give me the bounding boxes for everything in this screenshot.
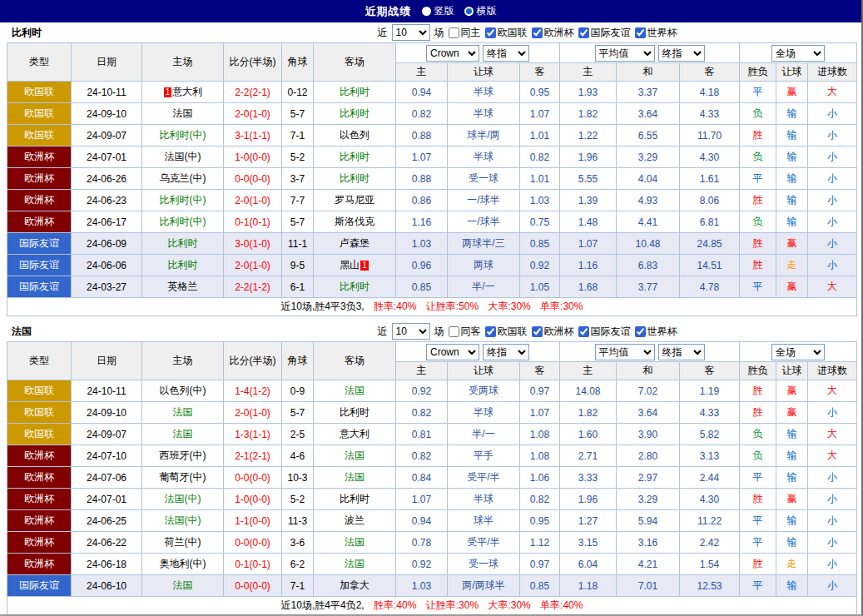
- match-row: 欧国联 24-09-10 法国 2-0(1-0) 5-7 比利时 0.82 半球…: [7, 402, 857, 424]
- col-odds-away: 客: [520, 63, 560, 82]
- corners: 7-1: [282, 575, 314, 597]
- avg-away-odds: 1.54: [680, 554, 740, 575]
- competition-type: 欧洲杯: [7, 467, 72, 489]
- match-score: 0-0(0-0): [224, 575, 282, 597]
- goals-cell: 小: [808, 147, 857, 168]
- friendly-filter[interactable]: 国际友谊: [578, 26, 631, 40]
- odds-home: 0.82: [396, 445, 448, 467]
- competition-type: 国际友谊: [7, 255, 72, 276]
- match-row: 欧洲杯 24-07-01 法国(中) 1-0(0-0) 5-2 比利时 1.07…: [7, 489, 857, 510]
- world-cup-filter[interactable]: 世界杯: [635, 26, 677, 40]
- layout-horizontal-option[interactable]: 横版: [464, 4, 497, 18]
- world-cup-checkbox[interactable]: [635, 326, 646, 337]
- result-cell: 平: [740, 82, 776, 103]
- odds-handicap: 受两球: [448, 380, 520, 402]
- goals-cell: 小: [808, 575, 857, 597]
- same-away-checkbox[interactable]: [449, 326, 459, 337]
- match-score: 1-0(0-0): [224, 489, 282, 510]
- handicap-result-cell: 赢: [776, 489, 808, 510]
- world-cup-filter[interactable]: 世界杯: [635, 325, 677, 339]
- odds-handicap: 半球: [448, 103, 520, 125]
- match-score: 2-2(2-1): [224, 82, 282, 103]
- redcard-badge: 1: [164, 87, 172, 97]
- avg-home-odds: 5.55: [560, 168, 617, 190]
- col-goals: 进球数: [808, 63, 857, 82]
- avg-draw-odds: 4.21: [617, 554, 680, 575]
- odds-home: 0.86: [396, 190, 448, 211]
- team-title: 法国: [12, 325, 32, 339]
- euro-filter[interactable]: 欧洲杯: [532, 325, 574, 339]
- layout-vertical-option[interactable]: 竖版: [422, 4, 454, 18]
- corners: 9-5: [282, 255, 314, 276]
- avg-draw-odds: 3.29: [617, 489, 680, 510]
- friendly-checkbox[interactable]: [578, 326, 589, 337]
- odds-away: 0.97: [520, 554, 560, 575]
- avg-away-odds: 14.51: [680, 255, 740, 276]
- summary-record: 近10场,胜4平4负2,: [281, 599, 365, 611]
- goals-cell: 小: [808, 510, 857, 532]
- section-france: 法国 近 10 场 同客 欧国联 欧洲杯 国际友谊 世界杯 类型: [0, 321, 861, 615]
- match-row: 欧洲杯 24-06-18 奥地利(中) 0-1(0-1) 6-2 法国 0.92…: [7, 554, 857, 575]
- avg-home-odds: 1.68: [560, 276, 617, 298]
- friendly-filter[interactable]: 国际友谊: [578, 325, 631, 339]
- nations-league-checkbox[interactable]: [485, 326, 496, 337]
- competition-type: 欧国联: [7, 380, 72, 402]
- world-cup-checkbox[interactable]: [635, 27, 646, 38]
- match-date: 24-06-18: [72, 554, 142, 575]
- scope-select[interactable]: 全场: [771, 344, 825, 360]
- euro-checkbox[interactable]: [532, 27, 543, 38]
- odds-away: 0.82: [520, 147, 560, 168]
- corners: 11-1: [282, 233, 314, 255]
- match-row: 欧洲杯 24-06-25 法国(中) 1-1(0-0) 11-3 波兰 0.94…: [7, 510, 857, 532]
- col-goals: 进球数: [808, 362, 857, 380]
- match-count-select[interactable]: 10: [392, 323, 430, 340]
- same-away-filter[interactable]: 同客: [449, 325, 481, 339]
- corners: 0-9: [282, 380, 314, 402]
- avg-draw-odds: 3.77: [617, 276, 680, 298]
- odds-home: 1.03: [396, 575, 448, 597]
- col-result: 胜负: [740, 63, 776, 82]
- match-score: 0-0(0-0): [224, 532, 282, 554]
- match-score: 1-4(1-2): [224, 380, 282, 402]
- match-score: 2-0(1-0): [224, 190, 282, 211]
- match-row: 欧洲杯 24-06-26 乌克兰(中) 0-0(0-0) 3-7 比利时 0.8…: [7, 168, 857, 190]
- handicap-result-cell: 输: [776, 147, 808, 168]
- corners: 5-7: [282, 211, 314, 233]
- nations-league-checkbox[interactable]: [485, 27, 496, 38]
- same-home-filter[interactable]: 同主: [449, 26, 481, 40]
- scope-select[interactable]: 全场: [771, 45, 825, 62]
- nations-league-filter[interactable]: 欧国联: [485, 325, 528, 339]
- competition-type: 欧洲杯: [7, 168, 72, 190]
- average-index-select[interactable]: 终指: [658, 45, 705, 62]
- match-score: 0-0(0-0): [224, 467, 282, 489]
- radio-checked-icon: [464, 7, 474, 16]
- friendly-checkbox[interactable]: [578, 27, 589, 38]
- match-date: 24-07-06: [72, 467, 142, 489]
- euro-filter[interactable]: 欧洲杯: [532, 26, 574, 40]
- odds-index-select[interactable]: 终指: [483, 344, 529, 360]
- goals-cell: 小: [808, 467, 857, 489]
- avg-draw-odds: 4.41: [617, 211, 680, 233]
- handicap-result-cell: 走: [776, 255, 808, 276]
- corners: 4-6: [282, 445, 314, 467]
- win-rate: 胜率:40%: [374, 599, 416, 611]
- euro-checkbox[interactable]: [532, 326, 543, 337]
- match-row: 国际友谊 24-06-09 比利时 3-0(1-0) 11-1 卢森堡 1.03…: [7, 233, 857, 255]
- odds-index-select[interactable]: 终指: [483, 45, 529, 62]
- avg-draw-odds: 6.55: [617, 125, 680, 147]
- match-row: 欧洲杯 24-07-10 西班牙(中) 2-1(2-1) 4-6 法国 0.82…: [7, 445, 857, 467]
- average-select[interactable]: 平均值: [595, 45, 655, 62]
- match-count-select[interactable]: 10: [392, 24, 430, 41]
- average-index-select[interactable]: 终指: [658, 344, 705, 360]
- away-team: 以色列: [314, 125, 396, 147]
- bookmaker-select[interactable]: Crown: [426, 45, 479, 62]
- competition-type: 欧国联: [7, 125, 72, 147]
- same-home-checkbox[interactable]: [449, 27, 459, 38]
- scope-header: 全场: [740, 43, 857, 63]
- bookmaker-select[interactable]: Crown: [426, 344, 479, 360]
- nations-league-filter[interactable]: 欧国联: [485, 26, 528, 40]
- home-team: 法国(中): [142, 510, 224, 532]
- home-team: 法国(中): [142, 489, 224, 510]
- odds-home: 0.81: [396, 424, 448, 445]
- average-select[interactable]: 平均值: [595, 344, 655, 360]
